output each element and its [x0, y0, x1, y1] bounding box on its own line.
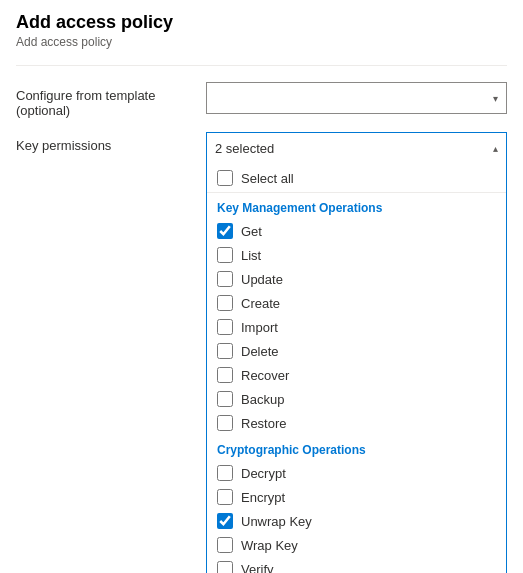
key-permissions-row: Key permissions 2 selected ▴ Select all … — [16, 132, 507, 573]
km-restore-label[interactable]: Restore — [241, 416, 287, 431]
km-restore-row: Restore — [207, 411, 506, 435]
divider — [16, 65, 507, 66]
km-backup-checkbox[interactable] — [217, 391, 233, 407]
select-all-label[interactable]: Select all — [241, 171, 294, 186]
page-container: Add access policy Add access policy Conf… — [0, 0, 523, 573]
km-delete-row: Delete — [207, 339, 506, 363]
key-permissions-selected: 2 selected — [215, 141, 274, 156]
configure-template-control: ▾ — [206, 82, 507, 114]
key-permissions-panel: Select all Key Management Operations Get… — [206, 164, 507, 573]
select-all-row: Select all — [207, 164, 506, 193]
key-permissions-dropdown[interactable]: 2 selected ▴ — [206, 132, 507, 164]
km-update-label[interactable]: Update — [241, 272, 283, 287]
co-decrypt-row: Decrypt — [207, 461, 506, 485]
co-unwrapkey-row: Unwrap Key — [207, 509, 506, 533]
km-import-checkbox[interactable] — [217, 319, 233, 335]
km-create-checkbox[interactable] — [217, 295, 233, 311]
configure-template-label: Configure from template (optional) — [16, 82, 206, 118]
co-encrypt-checkbox[interactable] — [217, 489, 233, 505]
key-management-section-header: Key Management Operations — [207, 193, 506, 219]
km-list-label[interactable]: List — [241, 248, 261, 263]
configure-template-dropdown[interactable]: ▾ — [206, 82, 507, 114]
km-import-label[interactable]: Import — [241, 320, 278, 335]
co-encrypt-label[interactable]: Encrypt — [241, 490, 285, 505]
co-verify-label[interactable]: Verify — [241, 562, 274, 574]
configure-template-row: Configure from template (optional) ▾ — [16, 82, 507, 118]
form-layout: Configure from template (optional) ▾ Key… — [16, 82, 507, 573]
key-permissions-label: Key permissions — [16, 132, 206, 153]
co-verify-checkbox[interactable] — [217, 561, 233, 573]
co-verify-row: Verify — [207, 557, 506, 573]
km-recover-checkbox[interactable] — [217, 367, 233, 383]
km-get-label[interactable]: Get — [241, 224, 262, 239]
km-get-checkbox[interactable] — [217, 223, 233, 239]
km-import-row: Import — [207, 315, 506, 339]
km-update-row: Update — [207, 267, 506, 291]
km-backup-label[interactable]: Backup — [241, 392, 284, 407]
km-update-checkbox[interactable] — [217, 271, 233, 287]
km-recover-label[interactable]: Recover — [241, 368, 289, 383]
co-unwrapkey-checkbox[interactable] — [217, 513, 233, 529]
chevron-down-icon: ▾ — [493, 93, 498, 104]
km-restore-checkbox[interactable] — [217, 415, 233, 431]
km-create-row: Create — [207, 291, 506, 315]
cryptographic-section-header: Cryptographic Operations — [207, 435, 506, 461]
km-list-checkbox[interactable] — [217, 247, 233, 263]
select-all-checkbox[interactable] — [217, 170, 233, 186]
page-subtitle: Add access policy — [16, 35, 507, 49]
chevron-up-icon: ▴ — [493, 143, 498, 154]
co-encrypt-row: Encrypt — [207, 485, 506, 509]
km-create-label[interactable]: Create — [241, 296, 280, 311]
co-wrapkey-checkbox[interactable] — [217, 537, 233, 553]
km-delete-label[interactable]: Delete — [241, 344, 279, 359]
page-title: Add access policy — [16, 12, 507, 33]
co-wrapkey-label[interactable]: Wrap Key — [241, 538, 298, 553]
co-unwrapkey-label[interactable]: Unwrap Key — [241, 514, 312, 529]
co-decrypt-label[interactable]: Decrypt — [241, 466, 286, 481]
km-backup-row: Backup — [207, 387, 506, 411]
key-permissions-control: 2 selected ▴ Select all Key Management O… — [206, 132, 507, 573]
km-get-row: Get — [207, 219, 506, 243]
co-decrypt-checkbox[interactable] — [217, 465, 233, 481]
km-list-row: List — [207, 243, 506, 267]
km-recover-row: Recover — [207, 363, 506, 387]
co-wrapkey-row: Wrap Key — [207, 533, 506, 557]
km-delete-checkbox[interactable] — [217, 343, 233, 359]
